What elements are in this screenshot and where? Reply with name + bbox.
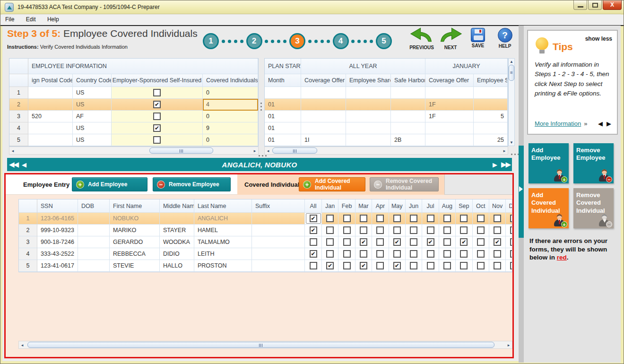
checkbox[interactable] [460, 262, 468, 269]
plan-cell[interactable] [391, 122, 425, 134]
checkbox[interactable] [410, 238, 417, 246]
cell-self-insured[interactable] [112, 111, 203, 122]
cell-month[interactable] [506, 248, 512, 260]
cell-self-insured[interactable]: ✔ [112, 122, 203, 134]
cell-all-months[interactable] [305, 260, 322, 272]
checkbox[interactable]: ✔ [153, 124, 161, 132]
cell-month[interactable] [338, 248, 355, 260]
checkbox[interactable]: ✔ [460, 238, 468, 246]
checkbox[interactable]: ✔ [393, 262, 401, 269]
cell-month[interactable] [439, 213, 456, 225]
cell-postal-code[interactable] [28, 99, 73, 111]
checkbox[interactable] [343, 262, 351, 269]
cell-month[interactable] [422, 248, 439, 260]
plan-grid-vscrollbar[interactable]: ▲ ≡ ▼ [508, 58, 515, 146]
maximize-button[interactable] [588, 0, 602, 10]
cell-first-name[interactable]: STEVIE [110, 260, 160, 272]
row-number[interactable]: 5 [19, 260, 37, 272]
add-covered-individual-sidebar-button[interactable]: Add Covered Individual + [529, 188, 569, 228]
checkbox[interactable]: ✔ [153, 101, 161, 108]
checkbox[interactable] [376, 215, 384, 222]
checkbox[interactable] [410, 215, 417, 222]
row-number[interactable]: 1 [19, 213, 37, 225]
cell-month[interactable] [439, 248, 456, 260]
grid-splitter-handle[interactable] [260, 103, 262, 111]
checkbox[interactable] [510, 238, 512, 246]
plan-cell[interactable] [391, 87, 425, 99]
vscroll-thumb[interactable]: ≡ [509, 65, 514, 81]
cell-dob[interactable] [78, 213, 110, 225]
remove-employee-sidebar-button[interactable]: Remove Employee − [573, 143, 614, 183]
cell-month[interactable] [439, 236, 456, 248]
cell-ssn[interactable]: 999-10-9323 [37, 225, 78, 236]
scroll-right-icon[interactable]: ▸ [505, 343, 512, 347]
checkbox[interactable] [343, 226, 351, 234]
cell-month[interactable] [489, 248, 506, 260]
cell-covered-individuals[interactable]: 0 [203, 134, 258, 146]
cell-month[interactable] [489, 260, 506, 272]
checkbox[interactable] [443, 238, 451, 246]
cell-month[interactable] [506, 236, 512, 248]
previous-button[interactable]: PREVIOUS [408, 27, 435, 50]
cell-postal-code[interactable] [28, 122, 73, 134]
cell-first-name[interactable]: MARIKO [110, 225, 160, 236]
checkbox[interactable] [410, 226, 417, 234]
checkbox[interactable]: ✔ [427, 238, 434, 246]
cell-self-insured[interactable] [112, 87, 203, 99]
hscroll-thumb[interactable] [272, 147, 317, 154]
more-information-link[interactable]: More Information [535, 120, 581, 127]
remove-employee-button[interactable]: − Remove Employee [153, 177, 231, 191]
checkbox[interactable] [153, 89, 161, 96]
checkbox[interactable]: ✔ [393, 238, 401, 246]
plan-cell[interactable] [474, 122, 508, 134]
cell-postal-code[interactable] [28, 134, 73, 146]
checkbox[interactable] [427, 262, 434, 269]
cell-month[interactable] [322, 248, 338, 260]
checkbox[interactable] [494, 226, 501, 234]
cell-month[interactable] [372, 213, 389, 225]
cell-ssn[interactable]: 123-06-4165 [37, 213, 78, 225]
checkbox[interactable] [343, 250, 351, 258]
cell-month[interactable] [439, 225, 456, 236]
plan-cell[interactable]: 1F [425, 99, 474, 111]
row-number[interactable]: 3 [19, 236, 37, 248]
cell-month[interactable] [473, 248, 489, 260]
cell-month[interactable] [506, 213, 512, 225]
row-number[interactable]: 4 [9, 122, 28, 134]
row-number[interactable]: 4 [19, 248, 37, 260]
plan-cell[interactable] [425, 122, 474, 134]
cell-month[interactable] [355, 225, 372, 236]
checkbox[interactable] [326, 250, 334, 258]
cell-month[interactable] [322, 236, 338, 248]
cell-last-name[interactable]: TALMALMO [194, 236, 252, 248]
menu-file[interactable]: File [0, 15, 19, 24]
checkbox[interactable] [410, 250, 417, 258]
cell-month[interactable] [406, 213, 422, 225]
cell-month[interactable] [338, 213, 355, 225]
row-number[interactable]: 2 [19, 225, 37, 236]
checkbox[interactable] [410, 262, 417, 269]
plan-cell[interactable] [346, 122, 391, 134]
grid-splitter-handle[interactable] [511, 154, 519, 155]
grid-splitter-handle[interactable] [259, 155, 267, 156]
plan-cell[interactable] [425, 87, 474, 99]
cell-self-insured[interactable] [112, 134, 203, 146]
checkbox[interactable] [343, 215, 351, 222]
add-employee-button[interactable]: + Add Employee [72, 177, 147, 191]
cell-suffix[interactable] [252, 225, 305, 236]
cell-month[interactable] [389, 213, 406, 225]
checkbox[interactable] [460, 215, 468, 222]
checkbox[interactable] [326, 226, 334, 234]
cell-dob[interactable] [78, 236, 110, 248]
cell-all-months[interactable]: ✔ [305, 225, 322, 236]
checkbox[interactable] [510, 250, 512, 258]
show-less-link[interactable]: show less [585, 35, 612, 42]
cell-month[interactable]: ✔ [389, 236, 406, 248]
cell-month[interactable] [372, 260, 389, 272]
cell-suffix[interactable] [252, 213, 305, 225]
checkbox[interactable] [443, 250, 451, 258]
cell-month[interactable]: ✔ [422, 236, 439, 248]
checkbox[interactable] [494, 215, 501, 222]
cell-country-code[interactable]: US [73, 134, 112, 146]
employee-grid-hscrollbar[interactable]: ◂ ▸ [9, 147, 259, 155]
